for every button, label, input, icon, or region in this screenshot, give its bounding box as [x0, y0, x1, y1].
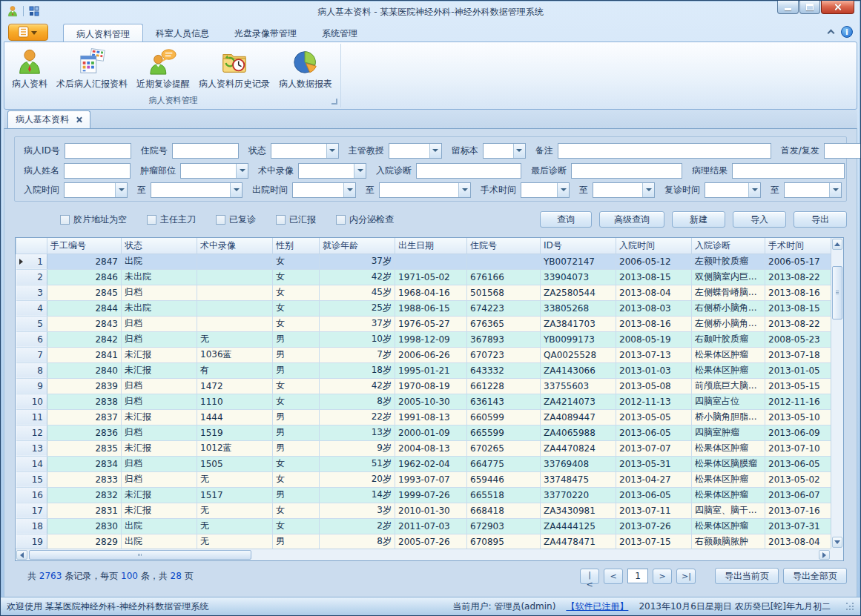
table-cell[interactable]: 2012-11-13 — [616, 394, 692, 409]
table-cell[interactable]: 2011-07-03 — [395, 518, 467, 534]
table-cell[interactable]: 左额叶胶质瘤 — [692, 254, 765, 269]
row-indicator-cell[interactable]: 11 — [16, 409, 47, 425]
table-cell[interactable]: 未出院 — [122, 300, 197, 316]
table-cell[interactable]: 1988-06-15 — [395, 300, 467, 316]
maximize-button[interactable] — [799, 1, 820, 14]
table-cell[interactable]: 2829 — [47, 534, 122, 549]
table-cell[interactable]: 2013-07-11 — [616, 503, 692, 518]
table-cell[interactable]: 2013-07-18 — [765, 347, 831, 362]
table-cell[interactable]: 2013-06-07 — [765, 487, 831, 503]
filter-input[interactable] — [65, 143, 131, 159]
table-cell[interactable]: 636143 — [467, 394, 541, 409]
export-current-page-button[interactable]: 导出当前页 — [715, 568, 779, 584]
row-indicator-cell[interactable]: 15 — [16, 471, 47, 487]
column-header[interactable]: 状态 — [122, 238, 197, 254]
table-cell[interactable]: 男 — [273, 409, 320, 425]
table-cell[interactable]: 1962-02-04 — [395, 456, 467, 471]
table-cell[interactable]: 2岁 — [320, 518, 395, 534]
table-cell[interactable]: 33904073 — [541, 269, 616, 285]
table-cell[interactable]: 1519 — [197, 425, 273, 440]
column-header[interactable]: 入院时间 — [616, 238, 692, 254]
ribbon-tab-2[interactable]: 光盘录像带管理 — [222, 24, 309, 42]
table-cell[interactable]: 643332 — [467, 362, 541, 378]
filter-combo[interactable] — [521, 182, 570, 198]
table-cell[interactable]: 2010-01-30 — [395, 503, 467, 518]
table-cell[interactable]: 归档 — [122, 394, 197, 409]
filter-input[interactable] — [416, 163, 521, 179]
table-cell[interactable]: YB0072147 — [541, 254, 616, 269]
table-cell[interactable]: 661228 — [467, 378, 541, 394]
table-cell[interactable]: 1472 — [197, 378, 273, 394]
filter-combo[interactable] — [151, 182, 243, 198]
table-cell[interactable]: 10岁 — [320, 331, 395, 347]
filter-input[interactable] — [64, 163, 131, 179]
table-cell[interactable]: 2013-06-09 — [765, 425, 831, 440]
filter-combo[interactable] — [379, 182, 471, 198]
table-cell[interactable]: 2013-05-05 — [616, 409, 692, 425]
table-cell[interactable]: 前颅底巨大脑... — [692, 378, 765, 394]
table-cell[interactable]: 2013-08-22 — [765, 316, 831, 331]
table-cell[interactable]: ZA4470824 — [541, 440, 616, 456]
table-cell[interactable]: 男 — [273, 440, 320, 456]
table-cell[interactable]: 3岁 — [320, 503, 395, 518]
scroll-down-icon[interactable] — [832, 537, 842, 548]
action-button-4[interactable]: 导出 — [794, 211, 847, 228]
table-cell[interactable]: 1999-07-26 — [395, 487, 467, 503]
export-all-pages-button[interactable]: 导出全部页 — [783, 568, 847, 584]
table-row[interactable]: 102838归档1110女8岁2005-10-30636143ZA4214073… — [16, 394, 831, 409]
table-cell[interactable]: 松果体区肿瘤 — [692, 440, 765, 456]
table-cell[interactable]: 无 — [197, 518, 273, 534]
table-cell[interactable]: 2833 — [47, 471, 122, 487]
table-cell[interactable]: 松果体区肿瘤 — [692, 347, 765, 362]
table-cell[interactable]: 1444 — [197, 409, 273, 425]
table-cell[interactable]: 女 — [273, 316, 320, 331]
table-cell[interactable]: ZA4214073 — [541, 394, 616, 409]
table-cell[interactable]: 右颞叶胶质瘤 — [692, 331, 765, 347]
table-cell[interactable]: ZA3430981 — [541, 503, 616, 518]
table-cell[interactable]: 42岁 — [320, 378, 395, 394]
vertical-scroll-thumb[interactable] — [832, 266, 842, 319]
info-icon[interactable]: i — [841, 26, 853, 38]
table-cell[interactable]: 桥小脑角胆脂... — [692, 409, 765, 425]
table-cell[interactable]: 右额颞脑脓肿 — [692, 534, 765, 549]
table-cell[interactable]: 2837 — [47, 409, 122, 425]
table-cell[interactable] — [197, 300, 273, 316]
action-button-0[interactable]: 查询 — [540, 211, 592, 228]
table-cell[interactable]: 松果体区脑膜瘤 — [692, 456, 765, 471]
checkbox-0[interactable]: 胶片地址为空 — [60, 213, 127, 226]
table-cell[interactable]: 四脑室肿瘤 — [692, 425, 765, 440]
table-cell[interactable]: 2839 — [47, 378, 122, 394]
table-cell[interactable]: 2013-06-05 — [616, 487, 692, 503]
table-cell[interactable]: 2013-08-15 — [616, 269, 692, 285]
table-cell[interactable]: 归档 — [122, 316, 197, 331]
column-header[interactable]: 手工编号 — [47, 238, 122, 254]
table-cell[interactable]: 2005-10-30 — [395, 394, 467, 409]
column-header[interactable]: 就诊年龄 — [320, 238, 395, 254]
table-cell[interactable]: 2013-06-05 — [616, 425, 692, 440]
table-cell[interactable]: ZA4444125 — [541, 518, 616, 534]
table-cell[interactable]: 676365 — [467, 316, 541, 331]
table-cell[interactable]: 2008-05-23 — [765, 331, 831, 347]
table-cell[interactable]: 女 — [273, 269, 320, 285]
table-cell[interactable]: 2004-08-13 — [395, 440, 467, 456]
table-cell[interactable]: 20岁 — [320, 471, 395, 487]
table-cell[interactable]: 归档 — [122, 456, 197, 471]
table-cell[interactable]: 660599 — [467, 409, 541, 425]
table-cell[interactable]: 2842 — [47, 331, 122, 347]
table-cell[interactable]: 无 — [197, 471, 273, 487]
row-indicator-cell[interactable]: 13 — [16, 440, 47, 456]
table-cell[interactable]: 1971-05-02 — [395, 269, 467, 285]
table-cell[interactable] — [395, 254, 467, 269]
close-tab-icon[interactable] — [76, 116, 82, 123]
column-header[interactable]: 术中录像 — [197, 238, 273, 254]
filter-input[interactable] — [571, 163, 682, 179]
table-row[interactable]: 122836归档1519男13岁2000-01-09665599ZA406598… — [16, 425, 831, 440]
table-cell[interactable]: 女 — [273, 378, 320, 394]
table-cell[interactable]: 2006-05-17 — [765, 254, 831, 269]
table-cell[interactable]: 男 — [273, 362, 320, 378]
table-row[interactable]: 72841未汇报1036蓝男7岁2006-06-26670723QA002552… — [16, 347, 831, 362]
checkbox-1[interactable]: 主任主刀 — [147, 213, 196, 226]
table-cell[interactable]: 未汇报 — [122, 487, 197, 503]
table-cell[interactable]: 670895 — [467, 534, 541, 549]
table-cell[interactable]: QA0025528 — [541, 347, 616, 362]
